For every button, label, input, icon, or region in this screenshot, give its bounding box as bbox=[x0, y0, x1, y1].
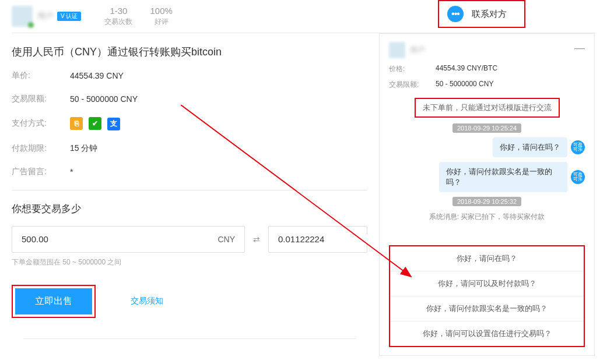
chat-limit-value: 50 - 5000000 CNY bbox=[436, 80, 493, 90]
seller-username[interactable]: 用户 bbox=[37, 11, 54, 22]
trade-count-stat: 1-30 交易次数 bbox=[104, 6, 132, 27]
rating-stat: 100% 好评 bbox=[150, 6, 172, 27]
pre-order-warning: 未下单前，只能通过对话模版进行交流 bbox=[415, 98, 560, 118]
crypto-amount-input[interactable] bbox=[278, 234, 389, 244]
message-row: 你好，请问在吗？ 可盈 可乐 bbox=[389, 137, 585, 157]
chat-price-label: 价格: bbox=[389, 64, 436, 74]
offer-title: 使用人民币（CNY）通过银行转账购买bitcoin bbox=[12, 45, 367, 59]
timestamp-2: 2018-09-29 10:25:32 bbox=[452, 197, 521, 206]
price-label: 单价: bbox=[12, 70, 70, 81]
verify-badge: V 认证 bbox=[57, 12, 81, 21]
chat-price-value: 44554.39 CNY/BTC bbox=[436, 64, 497, 74]
sender-avatar-icon: 可盈 可乐 bbox=[571, 170, 585, 184]
message-bubble: 你好，请问在吗？ bbox=[493, 137, 567, 157]
deadline-value: 15 分钟 bbox=[70, 143, 97, 154]
trade-notice-link[interactable]: 交易须知 bbox=[131, 296, 163, 306]
crypto-input-group[interactable] bbox=[268, 226, 367, 253]
chat-avatar bbox=[389, 42, 405, 58]
message-bubble: 你好，请问付款跟实名是一致的吗？ bbox=[439, 162, 567, 192]
trade-subtitle: 你想要交易多少 bbox=[12, 202, 367, 215]
rating-value: 100% bbox=[150, 6, 172, 16]
contact-label: 联系对方 bbox=[472, 9, 507, 20]
limit-value: 50 - 5000000 CNY bbox=[70, 94, 138, 104]
fiat-amount-input[interactable] bbox=[22, 234, 217, 244]
bank-card-icon: ⎘ bbox=[70, 117, 83, 130]
trade-count-value: 1-30 bbox=[104, 6, 132, 16]
bottom-divider bbox=[23, 338, 356, 339]
seller-avatar[interactable] bbox=[12, 6, 33, 27]
fiat-unit: CNY bbox=[217, 235, 235, 244]
sell-button[interactable]: 立即出售 bbox=[15, 288, 92, 314]
message-row: 你好，请问付款跟实名是一致的吗？ 可盈 可乐 bbox=[389, 162, 585, 192]
chat-bubble-icon: ••• bbox=[447, 6, 464, 22]
chat-panel: 用户 — 价格: 44554.39 CNY/BTC 交易限额: 50 - 500… bbox=[379, 33, 595, 356]
rating-label: 好评 bbox=[150, 17, 172, 27]
template-item[interactable]: 你好，请问可以设置信任进行交易吗？ bbox=[390, 321, 584, 346]
template-item[interactable]: 你好，请问可以及时付款吗？ bbox=[390, 271, 584, 296]
sender-avatar-icon: 可盈 可乐 bbox=[571, 140, 585, 154]
wechat-icon: ✔ bbox=[89, 117, 101, 130]
deadline-label: 付款期限: bbox=[12, 143, 70, 154]
chat-username: 用户 bbox=[410, 45, 425, 55]
fiat-input-group[interactable]: CNY bbox=[12, 226, 245, 253]
amount-hint: 下单金额范围在 50 ~ 5000000 之间 bbox=[12, 257, 367, 267]
limit-label: 交易限额: bbox=[12, 94, 70, 104]
minimize-icon[interactable]: — bbox=[574, 42, 585, 54]
message-label: 广告留言: bbox=[12, 167, 70, 177]
swap-icon: ⇄ bbox=[253, 235, 260, 244]
price-value: 44554.39 CNY bbox=[70, 71, 124, 80]
alipay-icon: 支 bbox=[107, 118, 120, 130]
message-value: * bbox=[70, 167, 73, 176]
contact-button[interactable]: ••• 联系对方 bbox=[438, 0, 525, 28]
template-item[interactable]: 你好，请问在吗？ bbox=[390, 246, 584, 271]
template-item[interactable]: 你好，请问付款跟实名是一致的吗？ bbox=[390, 296, 584, 321]
chat-limit-label: 交易限额: bbox=[389, 80, 436, 90]
trade-count-label: 交易次数 bbox=[104, 17, 132, 27]
message-templates: 你好，请问在吗？ 你好，请问可以及时付款吗？ 你好，请问付款跟实名是一致的吗？ … bbox=[389, 245, 585, 347]
pay-label: 支付方式: bbox=[12, 118, 70, 129]
timestamp-1: 2018-09-29 10:25:24 bbox=[452, 123, 521, 133]
system-message: 系统消息: 买家已拍下，等待买家付款 bbox=[389, 212, 585, 222]
